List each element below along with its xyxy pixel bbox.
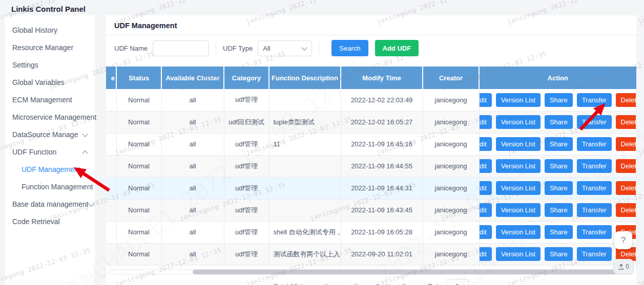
share-button[interactable]: Share xyxy=(545,93,573,107)
sidebar-item-settings[interactable]: Settings xyxy=(5,56,95,74)
transfer-button[interactable]: Transfer xyxy=(577,181,612,195)
sidebar-item-label: Resource Manager xyxy=(12,43,73,52)
delete-button[interactable]: Delete xyxy=(616,93,636,107)
edit-button[interactable]: Edit xyxy=(479,159,492,173)
previous-page-button[interactable]: Previous Page xyxy=(324,282,369,285)
share-button[interactable]: Share xyxy=(545,181,573,195)
edit-button[interactable]: Edit xyxy=(479,225,492,239)
filter-bar: UDF Name UDF Type All Search Add UDF xyxy=(106,35,636,56)
delete-button[interactable]: Delete xyxy=(616,115,636,129)
version-list-button[interactable]: Version List xyxy=(496,181,541,195)
transfer-button[interactable]: Transfer xyxy=(577,225,612,239)
transfer-button[interactable]: Transfer xyxy=(577,93,612,107)
chevron-down-icon xyxy=(302,46,307,51)
status-cell: Normal xyxy=(116,221,161,243)
sidebar-item-function-management[interactable]: Function Management xyxy=(5,178,95,195)
sidebar-item-label: UDF Function xyxy=(12,148,56,156)
sidebar-item-microservice-management[interactable]: Microservice Management xyxy=(5,108,95,126)
table-row: Normalalludf回归测试tuple类型测试2022-12-02 16:0… xyxy=(106,111,636,133)
current-page-button[interactable]: 1 xyxy=(376,282,380,285)
sidebar-item-label: Global Variables xyxy=(12,78,65,86)
edit-button[interactable]: Edit xyxy=(479,137,492,151)
add-udf-button[interactable]: Add UDF xyxy=(375,40,419,56)
modify-time-cell: 2022-11-09 16:44:55 xyxy=(341,155,423,177)
version-list-button[interactable]: Version List xyxy=(496,203,541,217)
horizontal-scrollbar-thumb[interactable] xyxy=(193,270,632,274)
version-list-button[interactable]: Version List xyxy=(496,247,541,261)
edit-button[interactable]: Edit xyxy=(479,247,492,261)
cell xyxy=(479,265,636,268)
udf-type-label: UDF Type xyxy=(223,45,253,52)
delete-button[interactable]: Delete xyxy=(616,137,636,151)
share-button[interactable]: Share xyxy=(545,159,573,173)
horizontal-scrollbar-track xyxy=(109,269,634,275)
cell xyxy=(224,265,269,268)
share-button[interactable]: Share xyxy=(545,247,573,261)
modify-time-cell: 2022-12-02 22:03:49 xyxy=(341,89,423,111)
sidebar-item-global-variables[interactable]: Global Variables xyxy=(5,74,95,91)
delete-button[interactable]: Delete xyxy=(616,159,636,173)
modify-time-cell: 2022-09-20 11:02:01 xyxy=(341,243,423,265)
edit-button[interactable]: Edit xyxy=(479,181,492,195)
sidebar-item-code-retrieval[interactable]: Code Retrieval xyxy=(5,213,95,230)
status-cell: Normal xyxy=(116,199,161,221)
description-cell xyxy=(269,177,341,199)
udf-name-input[interactable] xyxy=(153,40,209,56)
total-items-label: Total 16 items xyxy=(274,282,316,285)
sidebar-item-global-history[interactable]: Global History xyxy=(5,21,95,39)
partial xyxy=(106,177,116,199)
modify-time-cell: 2022-11-09 16:43:45 xyxy=(341,199,423,221)
transfer-button[interactable]: Transfer xyxy=(577,247,612,261)
goto-page-input[interactable] xyxy=(446,279,469,285)
cell xyxy=(106,265,116,268)
version-list-button[interactable]: Version List xyxy=(496,115,541,129)
transfer-button[interactable]: Transfer xyxy=(577,137,612,151)
category-cell: udf管理 xyxy=(224,155,269,177)
delete-button[interactable]: Delete xyxy=(616,203,636,217)
action-cell: EditVersion ListShareTransferDelete xyxy=(479,221,636,243)
main-panel: UDF Management UDF Name UDF Type All Sea… xyxy=(106,15,636,285)
version-list-button[interactable]: Version List xyxy=(496,159,541,173)
version-list-button[interactable]: Version List xyxy=(496,93,541,107)
table-row: Normalalludf管理测试函数有两个以上入参...2022-09-20 1… xyxy=(106,243,636,265)
transfer-button[interactable]: Transfer xyxy=(577,203,612,217)
sidebar-item-label: UDF Management xyxy=(22,165,80,173)
action-cell: EditVersion ListShareTransferDelete xyxy=(479,199,636,221)
sidebar-item-udf-function[interactable]: UDF Function xyxy=(5,143,95,161)
action-buttons: EditVersion ListShareTransferDelete xyxy=(480,225,636,239)
category-cell: udf管理 xyxy=(224,199,269,221)
sidebar-item-ecm-management[interactable]: ECM Management xyxy=(5,91,95,108)
edit-button[interactable]: Edit xyxy=(479,115,492,129)
transfer-button[interactable]: Transfer xyxy=(577,159,612,173)
udf-name-label: UDF Name xyxy=(114,45,148,52)
table-row: Normalalludf管理2022-11-09 16:44:55janiceg… xyxy=(106,155,636,177)
share-button[interactable]: Share xyxy=(545,203,573,217)
help-button[interactable]: ? xyxy=(614,231,632,249)
share-button[interactable]: Share xyxy=(545,115,573,129)
action-cell: EditVersion ListShareTransferDelete xyxy=(479,133,636,155)
partial xyxy=(106,89,116,111)
version-list-button[interactable]: Version List xyxy=(496,225,541,239)
share-button[interactable]: Share xyxy=(545,225,573,239)
transfer-button[interactable]: Transfer xyxy=(577,115,612,129)
sidebar-item-base-data-management[interactable]: Base data management xyxy=(5,195,95,213)
category-cell: udf管理 xyxy=(224,177,269,199)
chevron-down-icon xyxy=(82,132,88,137)
running-jobs-button[interactable]: 0 xyxy=(613,259,634,274)
sidebar-item-datasource-manage[interactable]: DataSource Manage xyxy=(5,126,95,143)
sidebar-item-resource-manager[interactable]: Resource Manager xyxy=(5,39,95,56)
action-cell: EditVersion ListShareTransferDelete xyxy=(479,111,636,133)
partial xyxy=(106,155,116,177)
partial xyxy=(106,111,116,133)
modify-time-cell: 2022-11-09 16:45:16 xyxy=(341,133,423,155)
edit-button[interactable]: Edit xyxy=(479,203,492,217)
edit-button[interactable]: Edit xyxy=(479,93,492,107)
search-button[interactable]: Search xyxy=(331,40,368,56)
delete-button[interactable]: Delete xyxy=(616,181,636,195)
version-list-button[interactable]: Version List xyxy=(496,137,541,151)
chevron-up-icon xyxy=(82,149,88,155)
udf-type-select[interactable]: All xyxy=(258,40,312,56)
next-page-button[interactable]: Next Page xyxy=(386,282,418,285)
sidebar-item-udf-management[interactable]: UDF Management xyxy=(5,161,95,178)
share-button[interactable]: Share xyxy=(545,137,573,151)
